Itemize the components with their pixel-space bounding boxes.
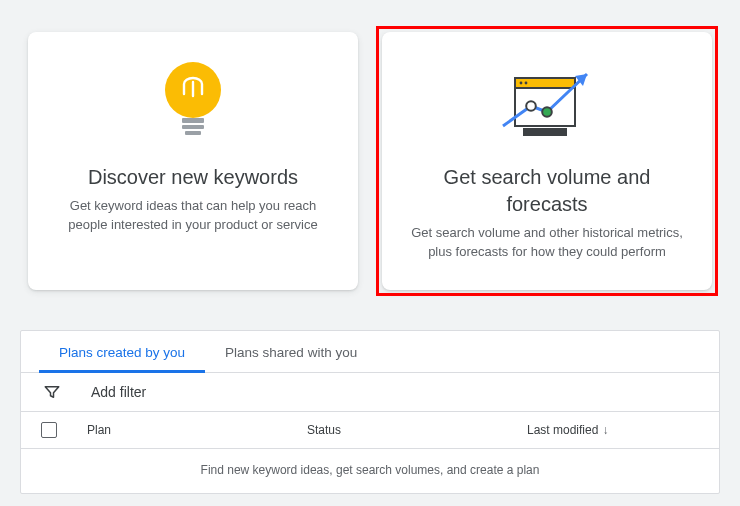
tab-plans-created[interactable]: Plans created by you xyxy=(39,331,205,372)
empty-state-message: Find new keyword ideas, get search volum… xyxy=(21,449,719,493)
discover-keywords-card[interactable]: Discover new keywords Get keyword ideas … xyxy=(28,32,358,290)
card-wrap-discover: Discover new keywords Get keyword ideas … xyxy=(28,32,358,290)
discover-title: Discover new keywords xyxy=(88,164,298,191)
col-last-label: Last modified xyxy=(527,423,598,437)
col-plan[interactable]: Plan xyxy=(87,423,307,437)
table-header: Plan Status Last modified ↓ xyxy=(21,412,719,449)
svg-point-7 xyxy=(525,82,528,85)
tab-plans-shared[interactable]: Plans shared with you xyxy=(205,331,377,372)
svg-rect-1 xyxy=(182,118,204,123)
svg-rect-5 xyxy=(515,78,575,88)
select-all-cell xyxy=(41,422,87,438)
select-all-checkbox[interactable] xyxy=(41,422,57,438)
forecast-title: Get search volume and forecasts xyxy=(404,164,690,218)
card-wrap-forecast: Get search volume and forecasts Get sear… xyxy=(382,32,712,290)
forecast-card[interactable]: Get search volume and forecasts Get sear… xyxy=(382,32,712,290)
plans-panel: Plans created by you Plans shared with y… xyxy=(20,330,720,494)
col-last-modified[interactable]: Last modified ↓ xyxy=(527,423,699,437)
filter-icon[interactable] xyxy=(43,383,61,401)
lightbulb-icon xyxy=(158,52,228,156)
filter-row: Add filter xyxy=(21,373,719,412)
cards-row: Discover new keywords Get keyword ideas … xyxy=(0,0,740,306)
col-status[interactable]: Status xyxy=(307,423,527,437)
add-filter-button[interactable]: Add filter xyxy=(91,384,146,400)
tabs: Plans created by you Plans shared with y… xyxy=(21,331,719,373)
sort-desc-icon: ↓ xyxy=(602,423,608,437)
forecast-desc: Get search volume and other historical m… xyxy=(404,224,690,262)
svg-marker-9 xyxy=(575,74,587,86)
discover-desc: Get keyword ideas that can help you reac… xyxy=(50,197,336,235)
svg-point-6 xyxy=(520,82,523,85)
svg-point-11 xyxy=(542,107,552,117)
svg-rect-4 xyxy=(515,78,575,126)
svg-rect-8 xyxy=(523,128,567,136)
svg-rect-3 xyxy=(185,131,201,135)
svg-point-10 xyxy=(526,101,536,111)
svg-rect-2 xyxy=(182,125,204,129)
chart-arrow-icon xyxy=(487,52,607,156)
